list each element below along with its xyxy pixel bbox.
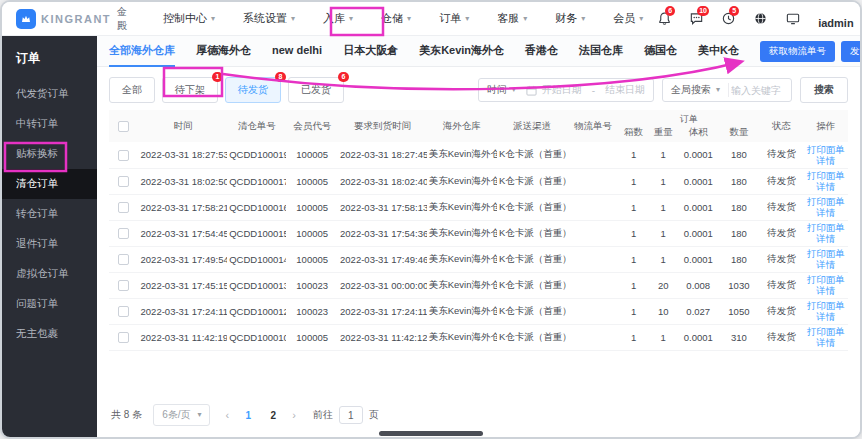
action-link[interactable]: 打印面单: [806, 248, 846, 259]
date-separator: -: [592, 85, 595, 96]
status-filter-button[interactable]: 待发货8: [225, 77, 281, 103]
search-button[interactable]: 搜索: [800, 77, 848, 103]
chat-icon[interactable]: 10: [689, 11, 704, 26]
topnav-menu-item[interactable]: 仓储▾: [381, 11, 411, 26]
topnav-menu-item[interactable]: 入库▾: [323, 11, 353, 26]
sidebar-item[interactable]: 退件订单: [2, 229, 97, 259]
warehouse-tab[interactable]: 全部海外仓库: [109, 36, 175, 67]
cell-order-no: QCDD100012: [227, 298, 286, 324]
sidebar-item[interactable]: 虚拟仓订单: [2, 259, 97, 289]
cell-required: 2022-03-31 00:00:00: [338, 272, 427, 298]
action-link[interactable]: 详情: [806, 311, 846, 322]
sidebar-item[interactable]: 转仓订单: [2, 199, 97, 229]
chevron-down-icon: ▾: [639, 15, 643, 23]
action-link[interactable]: 打印面单: [806, 144, 846, 155]
row-checkbox[interactable]: [118, 176, 129, 187]
cell-status: 待发货: [759, 168, 803, 194]
globe-icon[interactable]: [753, 11, 768, 26]
topnav-menu-item[interactable]: 控制中心▾: [163, 11, 215, 26]
search-scope-select[interactable]: 全局搜索 ▾: [663, 83, 729, 97]
table-row: 2022-03-31 17:45:15QCDD1000131000232022-…: [109, 272, 848, 298]
row-checkbox[interactable]: [118, 254, 129, 265]
sidebar-item[interactable]: 中转订单: [2, 109, 97, 139]
action-link[interactable]: 详情: [806, 233, 846, 244]
row-checkbox[interactable]: [118, 332, 129, 343]
cell-warehouse: 美东Kevin海外仓: [427, 324, 497, 350]
page-number[interactable]: 2: [267, 410, 279, 421]
cell-member: 100005: [286, 168, 338, 194]
topnav-menu-item[interactable]: 客服▾: [497, 11, 527, 26]
status-filter-button[interactable]: 全部: [109, 77, 155, 103]
action-link[interactable]: 打印面单: [806, 326, 846, 337]
action-link[interactable]: 详情: [806, 181, 846, 192]
cell-time: 2022-03-31 18:27:53: [139, 142, 228, 168]
sidebar-item[interactable]: 贴标换标: [2, 139, 97, 169]
keyword-input[interactable]: [729, 85, 791, 96]
clock-icon[interactable]: 5: [721, 11, 736, 26]
time-type-select[interactable]: 时间 ▾: [479, 83, 524, 97]
sidebar-title: 订单: [2, 42, 97, 79]
brand-name: KINGRANT: [41, 13, 111, 25]
sidebar-item[interactable]: 清仓订单: [2, 169, 97, 199]
sidebar-item[interactable]: 代发货订单: [2, 79, 97, 109]
table-row: 2022-03-31 18:02:50QCDD1000171000052022-…: [109, 168, 848, 194]
warehouse-tab[interactable]: new delhi: [272, 36, 322, 67]
action-link[interactable]: 打印面单: [806, 196, 846, 207]
row-checkbox[interactable]: [118, 306, 129, 317]
row-checkbox[interactable]: [118, 150, 129, 161]
topnav-menu-item[interactable]: 订单▾: [439, 11, 469, 26]
warehouse-tab[interactable]: 厚德海外仓: [196, 36, 251, 67]
select-all-checkbox[interactable]: [118, 121, 129, 132]
chevron-down-icon: ▾: [581, 15, 585, 23]
topnav-menu-item[interactable]: 会员▾: [613, 11, 643, 26]
table-row: 2022-03-31 17:49:54QCDD1000141000052022-…: [109, 246, 848, 272]
warehouse-tab[interactable]: 法国仓库: [579, 36, 623, 67]
action-link[interactable]: 打印面单: [806, 170, 846, 181]
search-area: 时间 ▾ 开始日期 - 结束日期: [478, 77, 848, 103]
monitor-icon[interactable]: [785, 11, 801, 26]
prev-page-button[interactable]: ‹: [225, 409, 229, 421]
orders-table-wrap: 时间 清仓单号 会员代号 要求到货时间 海外仓库 派送渠道 物流单号 订单 状态…: [97, 110, 860, 351]
cell-warehouse: 美东Kevin海外仓: [427, 272, 497, 298]
col-header-tracking: 物流单号: [567, 110, 619, 142]
per-page-select[interactable]: 6条/页 ▾: [153, 404, 210, 426]
action-link[interactable]: 打印面单: [806, 222, 846, 233]
row-checkbox[interactable]: [118, 280, 129, 291]
action-link[interactable]: 详情: [806, 285, 846, 296]
warehouse-tab[interactable]: 美东Kevin海外仓: [419, 36, 504, 67]
table-row: 2022-03-31 11:42:19QCDD1000101000052022-…: [109, 324, 848, 350]
topnav-menu-item[interactable]: 系统设置▾: [243, 11, 295, 26]
action-link[interactable]: 打印面单: [806, 274, 846, 285]
topnav-menu-label: 仓储: [381, 11, 403, 26]
topnav-menu-item[interactable]: 财务▾: [555, 11, 585, 26]
action-link[interactable]: 详情: [806, 207, 846, 218]
sidebar-item[interactable]: 无主包裹: [2, 319, 97, 349]
cell-boxes: 1: [619, 298, 649, 324]
sidebar-item[interactable]: 问题订单: [2, 289, 97, 319]
cell-volume: 0.0001: [678, 168, 719, 194]
cell-qty: 180: [719, 142, 760, 168]
action-link[interactable]: 详情: [806, 337, 846, 348]
status-filter-button[interactable]: 已发货6: [288, 77, 344, 103]
action-link[interactable]: 详情: [806, 259, 846, 270]
row-checkbox[interactable]: [118, 228, 129, 239]
action-button[interactable]: 获取物流单号: [760, 41, 835, 62]
cell-time: 2022-03-31 11:42:19: [139, 324, 228, 350]
page-number[interactable]: 1: [242, 410, 254, 421]
row-checkbox[interactable]: [118, 202, 129, 213]
action-button[interactable]: 发货: [841, 41, 862, 62]
warehouse-tab[interactable]: 德国仓: [644, 36, 677, 67]
cell-weight: 10: [648, 298, 678, 324]
status-filter-button[interactable]: 待下架1: [162, 77, 218, 103]
warehouse-tab[interactable]: 日本大阪倉: [343, 36, 398, 67]
warehouse-tab[interactable]: 香港仓: [525, 36, 558, 67]
next-page-button[interactable]: ›: [292, 409, 296, 421]
warehouse-tab[interactable]: 美中K仓: [698, 36, 739, 67]
action-link[interactable]: 打印面单: [806, 300, 846, 311]
action-link[interactable]: 详情: [806, 155, 846, 166]
bell-icon[interactable]: 6: [657, 11, 672, 26]
time-range-control: 时间 ▾ 开始日期 - 结束日期: [478, 78, 654, 102]
table-row: 2022-03-31 18:27:53QCDD1000191000052022-…: [109, 142, 848, 168]
date-range-picker[interactable]: 开始日期 - 结束日期: [524, 83, 653, 97]
goto-page-input[interactable]: [339, 406, 363, 424]
